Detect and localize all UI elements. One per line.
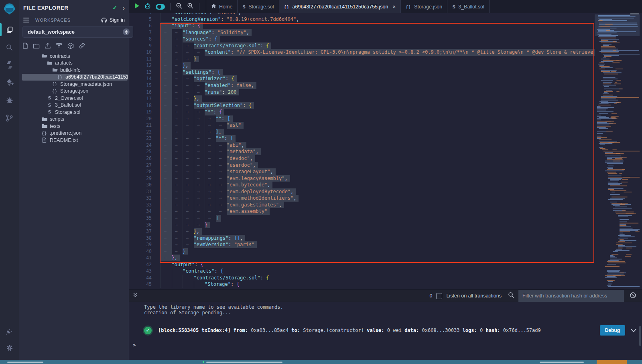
terminal-scrollbar[interactable] <box>639 326 641 346</box>
line-number[interactable]: 37 <box>129 228 152 235</box>
line-number[interactable]: 23 <box>129 135 152 142</box>
terminal-search-icon[interactable] <box>508 292 514 300</box>
line-number[interactable]: 45 <box>129 281 152 288</box>
chevron-right-icon[interactable]: › <box>123 4 125 11</box>
code-line-7[interactable]: 7"language": "Solidity", <box>129 29 595 36</box>
code-line-6[interactable]: 6"input": { <box>129 22 595 29</box>
line-number[interactable]: 44 <box>129 275 152 281</box>
toggle-switch[interactable] <box>156 4 165 10</box>
close-tab-icon[interactable]: × <box>392 4 396 10</box>
line-number[interactable]: 15 <box>129 82 152 89</box>
debugger-icon[interactable] <box>0 92 19 108</box>
minimap-slider[interactable] <box>630 13 639 14</box>
tree-item-readme-txt[interactable]: README.txt <box>19 137 128 144</box>
status-bar[interactable] <box>0 360 642 364</box>
line-number[interactable]: 34 <box>129 208 152 215</box>
code-line-19[interactable]: 19"*": { <box>129 109 595 115</box>
zoom-in-icon[interactable] <box>187 2 194 11</box>
line-number[interactable]: 41 <box>129 255 152 261</box>
tree-item-build-info[interactable]: build-info <box>19 67 128 74</box>
code-line-8[interactable]: 8"sources": { <box>129 36 595 42</box>
code-line-36[interactable]: 36} <box>129 222 595 229</box>
line-number[interactable]: 9 <box>129 42 152 49</box>
line-number[interactable]: 33 <box>129 202 152 208</box>
ipfs-box-icon[interactable] <box>67 42 74 49</box>
code-line-32[interactable]: 32"evm.methodIdentifiers", <box>129 195 595 202</box>
line-number[interactable]: 12 <box>129 62 152 69</box>
line-number[interactable]: 10 <box>129 49 152 56</box>
code-line-26[interactable]: 26"devdoc", <box>129 155 595 162</box>
code-line-17[interactable]: 17}, <box>129 95 595 102</box>
line-number[interactable]: 35 <box>129 215 152 222</box>
code-line-41[interactable]: 41}, <box>129 255 595 261</box>
code-line-21[interactable]: 21"ast" <box>129 122 595 129</box>
code-line-20[interactable]: 20"": [ <box>129 115 595 122</box>
line-number[interactable]: 20 <box>129 115 152 122</box>
line-number[interactable]: 21 <box>129 122 152 129</box>
ai-robot-icon[interactable] <box>144 2 151 11</box>
code-line-18[interactable]: 18"outputSelection": { <box>129 102 595 109</box>
link-icon[interactable] <box>79 42 85 49</box>
search-icon[interactable] <box>0 39 19 55</box>
tree-item-2-owner-sol[interactable]: S2_Owner.sol <box>19 95 128 102</box>
code-line-15[interactable]: 15"enabled": false, <box>129 82 595 89</box>
code-line-29[interactable]: 29"evm.legacyAssembly", <box>129 175 595 182</box>
line-number[interactable]: 11 <box>129 56 152 63</box>
line-number[interactable]: 18 <box>129 102 152 109</box>
upload-folder-icon[interactable] <box>56 42 63 49</box>
workspaces-menu-icon[interactable] <box>23 16 29 24</box>
code-line-14[interactable]: 14"optimizer": { <box>129 75 595 82</box>
listen-all-checkbox[interactable] <box>436 293 442 299</box>
debug-button[interactable]: Debug <box>600 325 625 336</box>
line-number[interactable]: 31 <box>129 188 152 195</box>
clear-console-icon[interactable] <box>630 292 636 300</box>
code-line-24[interactable]: 24"abi", <box>129 142 595 149</box>
line-number[interactable]: 36 <box>129 222 152 229</box>
code-line-28[interactable]: 28"storageLayout", <box>129 168 595 175</box>
tree-item-tests[interactable]: tests <box>19 123 128 130</box>
code-line-23[interactable]: 23"*": [ <box>129 135 595 142</box>
line-number[interactable]: 27 <box>129 162 152 169</box>
line-number[interactable]: 16 <box>129 89 152 96</box>
line-number[interactable]: 40 <box>129 248 152 255</box>
zoom-out-icon[interactable] <box>176 2 183 11</box>
tree-item-a69b43f277ba20fcac141151250ca7-[interactable]: {}a69b43f277ba20fcac141151250ca7... <box>22 74 128 81</box>
code-line-34[interactable]: 34"evm.assembly" <box>129 208 595 215</box>
line-number[interactable]: 39 <box>129 241 152 248</box>
line-number[interactable]: 19 <box>129 109 152 115</box>
code-line-45[interactable]: 45"Storage": { <box>129 281 595 288</box>
tree-item-storage-json[interactable]: {}Storage.json <box>19 88 128 95</box>
line-number[interactable]: 30 <box>129 182 152 188</box>
code-line-42[interactable]: 42"output": { <box>129 261 595 268</box>
line-number[interactable]: 24 <box>129 142 152 149</box>
tree-item-scripts[interactable]: scripts <box>19 116 128 123</box>
sign-in-button[interactable]: Sign in <box>101 17 125 23</box>
tab-storage.sol[interactable]: SStorage.sol <box>238 0 279 13</box>
line-number[interactable]: 26 <box>129 155 152 162</box>
code-line-16[interactable]: 16"runs": 200 <box>129 89 595 96</box>
tree-item--prettierrc-json[interactable]: {}.prettierrc.json <box>19 130 128 137</box>
solidity-compiler-icon[interactable] <box>0 57 19 73</box>
code-line-9[interactable]: 9"contracts/Storage.sol": { <box>129 42 595 49</box>
line-number[interactable]: 25 <box>129 148 152 155</box>
expand-tx-icon[interactable] <box>631 327 636 334</box>
workspace-stepper-icon[interactable] <box>123 28 130 35</box>
code-line-12[interactable]: 12}, <box>129 62 595 69</box>
code-line-39[interactable]: 39"evmVersion": "paris" <box>129 241 595 248</box>
code-line-33[interactable]: 33"evm.gasEstimates", <box>129 202 595 208</box>
upload-file-icon[interactable] <box>45 42 51 49</box>
deploy-run-icon[interactable] <box>0 75 19 91</box>
transaction-log-row[interactable]: ✓ [block:5583405 txIndex:4] from: 0xa03.… <box>144 325 636 336</box>
code-line-22[interactable]: 22], <box>129 129 595 135</box>
code-line-5[interactable]: 5"solcLongVersion": "0.8.19+commit.7dd6d… <box>129 16 595 23</box>
tab-storage.json[interactable]: {}Storage.json <box>401 0 447 13</box>
line-number[interactable]: 42 <box>129 261 152 268</box>
create-folder-icon[interactable] <box>33 43 40 49</box>
code-line-11[interactable]: 11} <box>129 56 595 63</box>
line-number[interactable]: 28 <box>129 168 152 175</box>
plugin-manager-icon[interactable] <box>0 323 19 339</box>
code-line-40[interactable]: 40} <box>129 248 595 255</box>
create-file-icon[interactable] <box>22 42 28 49</box>
tree-item-artifacts[interactable]: artifacts <box>19 60 128 67</box>
workspace-select[interactable]: default_workspace <box>22 26 133 38</box>
